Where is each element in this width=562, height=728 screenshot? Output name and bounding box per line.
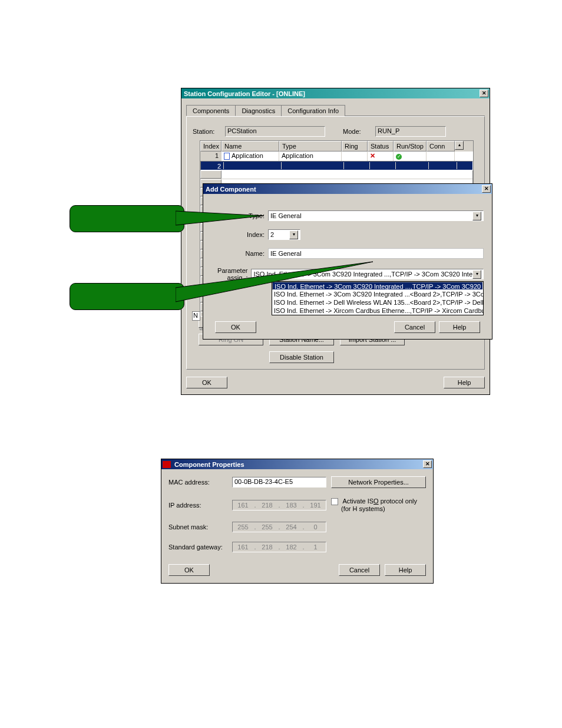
name-input[interactable]: IE General xyxy=(268,248,484,259)
col-conn[interactable]: Conn xyxy=(427,141,455,151)
mode-field: RUN_P xyxy=(375,126,446,137)
param-dropdown-list[interactable]: ISO Ind. Ethernet -> 3Com 3C920 Integrat… xyxy=(272,281,484,315)
ok-button[interactable]: OK xyxy=(186,377,227,388)
help-button[interactable]: Help xyxy=(439,321,480,333)
status-error-icon: ✕ xyxy=(370,152,375,159)
name-label: Name: xyxy=(211,250,268,257)
param-select[interactable]: ISO Ind. Ethernet -> 3Com 3C920 Integrat… xyxy=(251,269,484,279)
gw-label: Standard gateway: xyxy=(168,543,227,551)
add-comp-title: Add Component xyxy=(204,186,482,193)
window-title: Station Configuration Editor - [ONLINE] xyxy=(183,90,480,97)
col-index[interactable]: Index xyxy=(200,141,222,151)
index-select[interactable]: 2 ▾ xyxy=(268,229,300,240)
add-comp-titlebar[interactable]: Add Component ✕ xyxy=(203,184,492,194)
cancel-button[interactable]: Cancel xyxy=(394,321,435,333)
status-ok-icon: ✓ xyxy=(396,154,402,160)
mac-input[interactable]: 00-0B-DB-23-4C-E5 xyxy=(232,477,326,487)
col-name[interactable]: Name xyxy=(222,141,279,151)
station-config-editor-window: Station Configuration Editor - [ONLINE] … xyxy=(181,88,490,395)
close-icon[interactable]: ✕ xyxy=(482,185,491,193)
callout-1 xyxy=(70,205,184,232)
tab-diagnostics[interactable]: Diagnostics xyxy=(235,105,282,116)
list-item[interactable]: ISO Ind. Ethernet -> Dell Wireless WLAN … xyxy=(272,298,483,307)
type-select[interactable]: IE General ▾ xyxy=(268,210,484,221)
ok-button[interactable]: OK xyxy=(168,564,210,576)
help-button[interactable]: Help xyxy=(444,377,485,388)
close-icon[interactable]: ✕ xyxy=(480,90,488,97)
close-icon[interactable]: ✕ xyxy=(423,460,432,468)
help-button[interactable]: Help xyxy=(385,564,426,576)
index-label: Index: xyxy=(211,231,268,238)
type-label: Type: xyxy=(211,212,268,219)
list-item[interactable]: ISO Ind. Ethernet -> 3Com 3C920 Integrat… xyxy=(272,282,483,290)
col-run[interactable]: Run/Stop xyxy=(394,141,427,151)
list-item[interactable]: ISO Ind. Ethernet -> Xircom Cardbus Ethe… xyxy=(272,307,483,315)
application-icon xyxy=(224,153,230,160)
subnet-field: 255. 255. 254. 0 xyxy=(232,522,326,532)
window-title: Component Properties xyxy=(173,461,423,468)
ip-field: 161. 218. 183. 191 xyxy=(232,500,326,510)
network-properties-button[interactable]: Network Properties... xyxy=(331,476,426,488)
chevron-down-icon[interactable]: ▾ xyxy=(472,270,481,279)
col-ring[interactable]: Ring xyxy=(342,141,368,151)
ip-label: IP address: xyxy=(168,502,227,509)
ok-button[interactable]: OK xyxy=(215,321,256,333)
table-row[interactable]: 1 Application Application ✕ ✓ xyxy=(200,151,473,161)
subnet-label: Subnet mask: xyxy=(168,523,227,531)
mode-label: Mode: xyxy=(343,128,375,135)
add-component-dialog: Add Component ✕ Type: IE General ▾ Index… xyxy=(203,183,492,340)
app-icon xyxy=(163,461,171,468)
mac-label: MAC address: xyxy=(168,479,227,486)
n-truncated-field[interactable]: N xyxy=(192,311,200,321)
station-label: Station: xyxy=(193,128,225,135)
gateway-field: 161. 218. 182. 1 xyxy=(232,542,326,552)
station-field: PCStation xyxy=(225,126,325,137)
callout-2 xyxy=(70,283,184,310)
titlebar[interactable]: Station Configuration Editor - [ONLINE] … xyxy=(181,88,490,98)
param-label: Parameter assig..: xyxy=(211,267,251,281)
chevron-down-icon[interactable]: ▾ xyxy=(289,230,298,239)
scroll-up-icon[interactable]: ▴ xyxy=(455,141,464,150)
col-status[interactable]: Status xyxy=(368,141,394,151)
titlebar[interactable]: Component Properties ✕ xyxy=(161,459,433,469)
component-properties-window: Component Properties ✕ MAC address: 00-0… xyxy=(161,459,434,584)
chevron-down-icon[interactable]: ▾ xyxy=(472,212,481,220)
activate-iso-row[interactable]: Activate ISO protocol only (for H system… xyxy=(331,498,426,512)
disable-station-button[interactable]: Disable Station xyxy=(269,351,334,363)
col-type[interactable]: Type xyxy=(279,141,342,151)
checkbox-icon[interactable] xyxy=(331,498,338,505)
tab-components[interactable]: Components xyxy=(186,105,236,116)
table-row-selected[interactable]: 2 xyxy=(200,161,473,170)
tabs: Components Diagnostics Configuration Inf… xyxy=(186,104,485,116)
list-item[interactable]: ISO Ind. Ethernet -> 3Com 3C920 Integrat… xyxy=(272,290,483,298)
tab-config-info[interactable]: Configuration Info xyxy=(281,105,345,116)
cancel-button[interactable]: Cancel xyxy=(339,564,380,576)
